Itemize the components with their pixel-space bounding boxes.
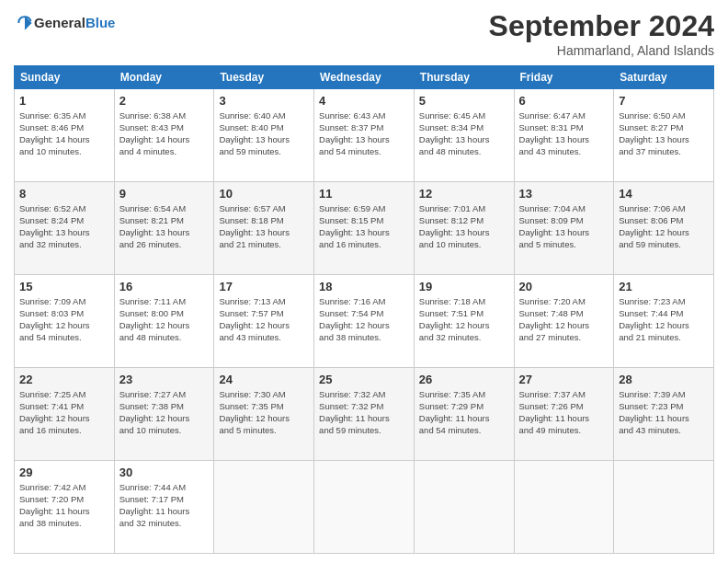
day-info-17: Sunrise: 7:13 AMSunset: 7:57 PMDaylight:… (219, 296, 309, 343)
calendar-table: Sunday Monday Tuesday Wednesday Thursday… (14, 65, 714, 554)
day-number-3: 3 (219, 93, 309, 109)
day-info-28: Sunrise: 7:39 AMSunset: 7:23 PMDaylight:… (619, 389, 709, 436)
day-number-30: 30 (119, 465, 210, 481)
cell-3-1: 23Sunrise: 7:27 AMSunset: 7:38 PMDayligh… (114, 368, 214, 461)
day-number-15: 15 (19, 279, 109, 295)
day-info-21: Sunrise: 7:23 AMSunset: 7:44 PMDaylight:… (619, 296, 709, 343)
header-thursday: Thursday (414, 66, 514, 89)
day-info-7: Sunrise: 6:50 AMSunset: 8:27 PMDaylight:… (619, 110, 709, 157)
cell-3-6: 28Sunrise: 7:39 AMSunset: 7:23 PMDayligh… (614, 368, 714, 461)
cell-2-3: 18Sunrise: 7:16 AMSunset: 7:54 PMDayligh… (314, 275, 415, 368)
header-sunday: Sunday (15, 66, 115, 89)
cell-4-5 (514, 461, 614, 554)
day-info-22: Sunrise: 7:25 AMSunset: 7:41 PMDaylight:… (19, 389, 109, 436)
cell-4-6 (614, 461, 714, 554)
header-monday: Monday (114, 66, 214, 89)
cell-1-0: 8Sunrise: 6:52 AMSunset: 8:24 PMDaylight… (15, 182, 115, 275)
day-info-29: Sunrise: 7:42 AMSunset: 7:20 PMDaylight:… (19, 482, 109, 529)
calendar-row-5: 29Sunrise: 7:42 AMSunset: 7:20 PMDayligh… (15, 461, 714, 554)
cell-0-5: 6Sunrise: 6:47 AMSunset: 8:31 PMDaylight… (514, 89, 614, 182)
day-number-8: 8 (19, 186, 109, 202)
day-info-5: Sunrise: 6:45 AMSunset: 8:34 PMDaylight:… (419, 110, 509, 157)
day-number-11: 11 (319, 186, 409, 202)
day-number-7: 7 (619, 93, 709, 109)
cell-4-2 (214, 461, 314, 554)
calendar-row-3: 15Sunrise: 7:09 AMSunset: 8:03 PMDayligh… (15, 275, 714, 368)
month-title: September 2024 (489, 9, 714, 43)
cell-2-6: 21Sunrise: 7:23 AMSunset: 7:44 PMDayligh… (614, 275, 714, 368)
title-block: September 2024 Hammarland, Aland Islands (489, 9, 714, 58)
cell-0-3: 4Sunrise: 6:43 AMSunset: 8:37 PMDaylight… (314, 89, 415, 182)
logo-text: GeneralBlue (34, 16, 115, 31)
day-number-20: 20 (519, 279, 609, 295)
day-info-19: Sunrise: 7:18 AMSunset: 7:51 PMDaylight:… (419, 296, 509, 343)
day-number-25: 25 (319, 372, 409, 388)
logo-icon (16, 14, 34, 32)
cell-2-0: 15Sunrise: 7:09 AMSunset: 8:03 PMDayligh… (15, 275, 115, 368)
calendar-row-4: 22Sunrise: 7:25 AMSunset: 7:41 PMDayligh… (15, 368, 714, 461)
day-info-13: Sunrise: 7:04 AMSunset: 8:09 PMDaylight:… (519, 203, 609, 250)
day-number-4: 4 (319, 93, 409, 109)
day-info-1: Sunrise: 6:35 AMSunset: 8:46 PMDaylight:… (19, 110, 109, 157)
cell-3-0: 22Sunrise: 7:25 AMSunset: 7:41 PMDayligh… (15, 368, 115, 461)
cell-0-2: 3Sunrise: 6:40 AMSunset: 8:40 PMDaylight… (214, 89, 314, 182)
day-number-17: 17 (219, 279, 309, 295)
cell-4-4 (414, 461, 514, 554)
header-saturday: Saturday (614, 66, 714, 89)
cell-3-5: 27Sunrise: 7:37 AMSunset: 7:26 PMDayligh… (514, 368, 614, 461)
day-number-21: 21 (619, 279, 709, 295)
day-number-29: 29 (19, 465, 109, 481)
weekday-header-row: Sunday Monday Tuesday Wednesday Thursday… (15, 66, 714, 89)
header-friday: Friday (514, 66, 614, 89)
logo: GeneralBlue (14, 14, 115, 32)
day-number-24: 24 (219, 372, 309, 388)
day-info-11: Sunrise: 6:59 AMSunset: 8:15 PMDaylight:… (319, 203, 409, 250)
cell-3-3: 25Sunrise: 7:32 AMSunset: 7:32 PMDayligh… (314, 368, 415, 461)
day-number-18: 18 (319, 279, 409, 295)
cell-4-3 (314, 461, 415, 554)
day-info-6: Sunrise: 6:47 AMSunset: 8:31 PMDaylight:… (519, 110, 609, 157)
day-info-16: Sunrise: 7:11 AMSunset: 8:00 PMDaylight:… (119, 296, 210, 343)
day-info-4: Sunrise: 6:43 AMSunset: 8:37 PMDaylight:… (319, 110, 409, 157)
cell-3-2: 24Sunrise: 7:30 AMSunset: 7:35 PMDayligh… (214, 368, 314, 461)
day-number-10: 10 (219, 186, 309, 202)
day-number-16: 16 (119, 279, 210, 295)
day-number-27: 27 (519, 372, 609, 388)
day-info-10: Sunrise: 6:57 AMSunset: 8:18 PMDaylight:… (219, 203, 309, 250)
day-number-12: 12 (419, 186, 509, 202)
cell-2-5: 20Sunrise: 7:20 AMSunset: 7:48 PMDayligh… (514, 275, 614, 368)
cell-4-0: 29Sunrise: 7:42 AMSunset: 7:20 PMDayligh… (15, 461, 115, 554)
day-number-14: 14 (619, 186, 709, 202)
day-info-8: Sunrise: 6:52 AMSunset: 8:24 PMDaylight:… (19, 203, 109, 250)
cell-2-1: 16Sunrise: 7:11 AMSunset: 8:00 PMDayligh… (114, 275, 214, 368)
day-info-14: Sunrise: 7:06 AMSunset: 8:06 PMDaylight:… (619, 203, 709, 250)
cell-0-4: 5Sunrise: 6:45 AMSunset: 8:34 PMDaylight… (414, 89, 514, 182)
day-info-9: Sunrise: 6:54 AMSunset: 8:21 PMDaylight:… (119, 203, 210, 250)
day-info-12: Sunrise: 7:01 AMSunset: 8:12 PMDaylight:… (419, 203, 509, 250)
header-wednesday: Wednesday (314, 66, 415, 89)
day-number-6: 6 (519, 93, 609, 109)
cell-2-2: 17Sunrise: 7:13 AMSunset: 7:57 PMDayligh… (214, 275, 314, 368)
day-number-26: 26 (419, 372, 509, 388)
cell-0-0: 1Sunrise: 6:35 AMSunset: 8:46 PMDaylight… (15, 89, 115, 182)
day-info-24: Sunrise: 7:30 AMSunset: 7:35 PMDaylight:… (219, 389, 309, 436)
day-number-5: 5 (419, 93, 509, 109)
cell-1-2: 10Sunrise: 6:57 AMSunset: 8:18 PMDayligh… (214, 182, 314, 275)
cell-2-4: 19Sunrise: 7:18 AMSunset: 7:51 PMDayligh… (414, 275, 514, 368)
day-number-22: 22 (19, 372, 109, 388)
calendar-container: GeneralBlue September 2024 Hammarland, A… (0, 0, 728, 563)
day-number-2: 2 (119, 93, 210, 109)
day-info-3: Sunrise: 6:40 AMSunset: 8:40 PMDaylight:… (219, 110, 309, 157)
day-info-26: Sunrise: 7:35 AMSunset: 7:29 PMDaylight:… (419, 389, 509, 436)
cell-4-1: 30Sunrise: 7:44 AMSunset: 7:17 PMDayligh… (114, 461, 214, 554)
location: Hammarland, Aland Islands (489, 43, 714, 58)
cell-3-4: 26Sunrise: 7:35 AMSunset: 7:29 PMDayligh… (414, 368, 514, 461)
day-number-13: 13 (519, 186, 609, 202)
day-number-1: 1 (19, 93, 109, 109)
cell-0-1: 2Sunrise: 6:38 AMSunset: 8:43 PMDaylight… (114, 89, 214, 182)
day-number-9: 9 (119, 186, 210, 202)
header: GeneralBlue September 2024 Hammarland, A… (14, 9, 714, 58)
cell-1-5: 13Sunrise: 7:04 AMSunset: 8:09 PMDayligh… (514, 182, 614, 275)
day-number-19: 19 (419, 279, 509, 295)
header-tuesday: Tuesday (214, 66, 314, 89)
